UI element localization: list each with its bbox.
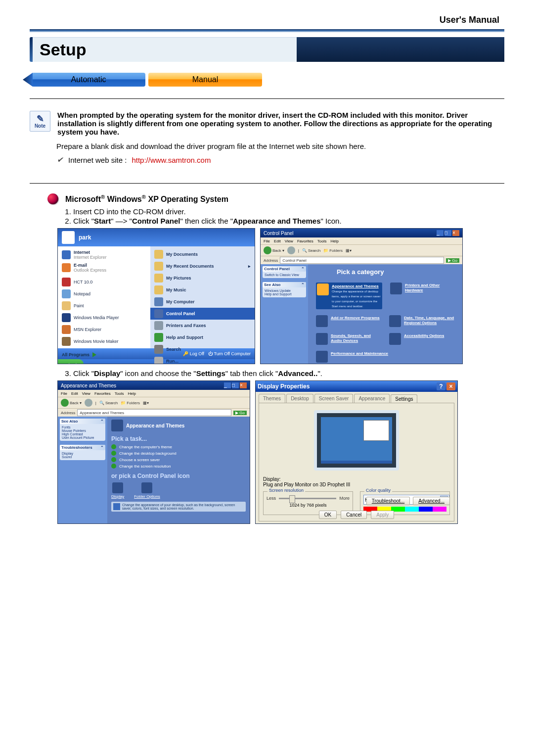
cat-addremove[interactable]: Add or Remove Programs <box>316 315 381 327</box>
menu-file[interactable]: File <box>264 239 270 243</box>
sm-all-programs[interactable]: All Programs <box>58 349 150 360</box>
sa-fonts[interactable]: Fonts <box>62 425 103 429</box>
sm-email[interactable]: E-mailOutlook Express <box>58 261 150 274</box>
menu-fav[interactable]: Favorites <box>297 239 313 243</box>
task-theme[interactable]: Change the computer's theme <box>111 444 246 449</box>
tab-desktop[interactable]: Desktop <box>286 394 313 403</box>
sm-hct[interactable]: HCT 10.0 <box>58 276 150 288</box>
sm-printers[interactable]: Printers and Faxes <box>150 320 255 331</box>
sm-mydocs[interactable]: My Documents <box>150 248 255 260</box>
see-also-1[interactable]: Windows Update <box>265 289 304 292</box>
cat-access[interactable]: Accessibility Options <box>389 333 454 345</box>
views-button[interactable]: ▦▾ <box>346 248 352 253</box>
folders-button[interactable]: 📁 Folders <box>323 248 343 253</box>
start-button[interactable]: start <box>58 359 84 364</box>
task-res[interactable]: Change the screen resolution <box>111 464 246 469</box>
address-field[interactable]: Control Panel <box>280 257 444 264</box>
minimize-icon[interactable]: _ <box>224 382 231 388</box>
switch-classic[interactable]: Switch to Classic View <box>265 273 304 277</box>
tab-automatic[interactable]: Automatic <box>32 73 145 87</box>
advanced-button[interactable]: Advanced... <box>413 497 450 505</box>
sm-mycomp[interactable]: My Computer <box>150 296 255 308</box>
views-button[interactable]: ▦▾ <box>143 401 149 405</box>
sa-userpic[interactable]: User Account Picture <box>62 436 103 439</box>
step-2: Click "Start" —> "Control Panel" then cl… <box>73 217 504 225</box>
at-title: Appearance and Themes <box>61 383 116 388</box>
rule-2 <box>30 183 504 184</box>
tab-themes[interactable]: Themes <box>259 394 285 403</box>
menu-edit[interactable]: Edit <box>274 239 281 243</box>
fwd-button[interactable] <box>287 246 295 254</box>
minimize-icon[interactable]: _ <box>437 230 444 236</box>
fig-display-properties: Display Properties ?× Themes Desktop Scr… <box>255 380 458 524</box>
website-link[interactable]: http://www.samtron.com <box>132 156 211 164</box>
sm-controlpanel[interactable]: Control Panel <box>150 308 255 320</box>
menu-help[interactable]: Help <box>128 391 135 396</box>
cat-sounds[interactable]: Sounds, Speech, and Audio Devices <box>316 333 381 345</box>
at-main: Appearance and Themes Pick a task... Cha… <box>107 417 250 524</box>
menu-view[interactable]: View <box>82 391 90 396</box>
cat-appearance[interactable]: Appearance and ThemesChange the appearan… <box>316 283 382 309</box>
task-bg[interactable]: Change the desktop background <box>111 451 246 456</box>
task-ss[interactable]: Choose a screen saver <box>111 457 246 462</box>
menu-edit[interactable]: Edit <box>71 391 78 396</box>
tab-screensaver[interactable]: Screen Saver <box>314 394 354 403</box>
menu-fav[interactable]: Favorites <box>94 391 111 396</box>
close-icon[interactable]: × <box>446 382 455 390</box>
cp-addressbar: Address Control Panel ▶ Go <box>261 256 462 264</box>
sm-wmm[interactable]: Windows Movie Maker <box>58 335 150 347</box>
step-1: Insert CD into the CD-ROM driver. <box>73 207 504 216</box>
sm-notepad[interactable]: Notepad <box>58 288 150 300</box>
cat-date[interactable]: Date, Time, Language, and Regional Optio… <box>389 315 454 327</box>
menu-view[interactable]: View <box>285 239 293 243</box>
icon-display[interactable]: Display <box>111 482 124 499</box>
back-button[interactable]: Back ▾ <box>264 246 284 254</box>
sm-music[interactable]: My Music <box>150 284 255 296</box>
maximize-icon[interactable]: □ <box>232 382 239 388</box>
search-button[interactable]: 🔍 Search <box>99 401 118 405</box>
ts-sound[interactable]: Sound <box>62 455 103 459</box>
see-also-2[interactable]: Help and Support <box>265 292 304 296</box>
sm-internet[interactable]: InternetInternet Explorer <box>58 248 150 261</box>
ts-display[interactable]: Display <box>62 452 103 455</box>
tab-settings[interactable]: Settings <box>391 394 417 403</box>
menu-file[interactable]: File <box>61 391 67 396</box>
help-icon[interactable]: ? <box>437 382 445 390</box>
troubleshoot-button[interactable]: Troubleshoot... <box>366 497 410 505</box>
sm-help[interactable]: Help and Support <box>150 331 255 343</box>
close-icon[interactable]: × <box>452 230 459 236</box>
resolution-value: 1024 by 768 pixels <box>267 503 350 508</box>
fwd-button[interactable] <box>85 399 92 407</box>
resolution-slider[interactable]: Less More <box>267 496 350 501</box>
tab-manual[interactable]: Manual <box>148 73 262 87</box>
sm-logoff[interactable]: 🔑 Log Off <box>183 351 204 356</box>
cat-perf[interactable]: Performance and Maintenance <box>316 351 454 363</box>
cat-printers[interactable]: Printers and Other Hardware <box>390 283 454 309</box>
close-icon[interactable]: × <box>240 382 247 388</box>
menu-help[interactable]: Help <box>330 239 338 243</box>
go-button[interactable]: ▶ Go <box>233 411 247 415</box>
ok-button[interactable]: OK <box>319 511 337 519</box>
sm-paint[interactable]: Paint <box>58 300 150 312</box>
icon-folder-options[interactable]: Folder Options <box>134 482 160 499</box>
folders-button[interactable]: 📁 Folders <box>121 401 140 405</box>
sm-msn[interactable]: MSN Explorer <box>58 324 150 335</box>
menu-tools[interactable]: Tools <box>317 239 327 243</box>
apply-button[interactable]: Apply <box>371 511 394 519</box>
tab-appearance[interactable]: Appearance <box>354 394 390 403</box>
sm-wmp[interactable]: Windows Media Player <box>58 312 150 324</box>
sa-contrast[interactable]: High Contrast <box>62 432 103 436</box>
check-icon: ✔ <box>56 155 63 164</box>
sm-run[interactable]: Run... <box>150 355 255 364</box>
maximize-icon[interactable]: □ <box>445 230 451 236</box>
sm-pics[interactable]: My Pictures <box>150 272 255 284</box>
address-field[interactable]: Appearance and Themes <box>77 409 231 416</box>
back-button[interactable]: Back ▾ <box>61 399 82 407</box>
search-button[interactable]: 🔍 Search <box>302 248 320 253</box>
menu-tools[interactable]: Tools <box>115 391 124 396</box>
sa-mouse[interactable]: Mouse Pointers <box>62 429 103 432</box>
sm-recent[interactable]: My Recent Documents▸ <box>150 260 255 272</box>
cancel-button[interactable]: Cancel <box>341 511 367 519</box>
sm-turnoff[interactable]: ⏻ Turn Off Computer <box>208 351 251 356</box>
go-button[interactable]: ▶ Go <box>446 258 459 263</box>
